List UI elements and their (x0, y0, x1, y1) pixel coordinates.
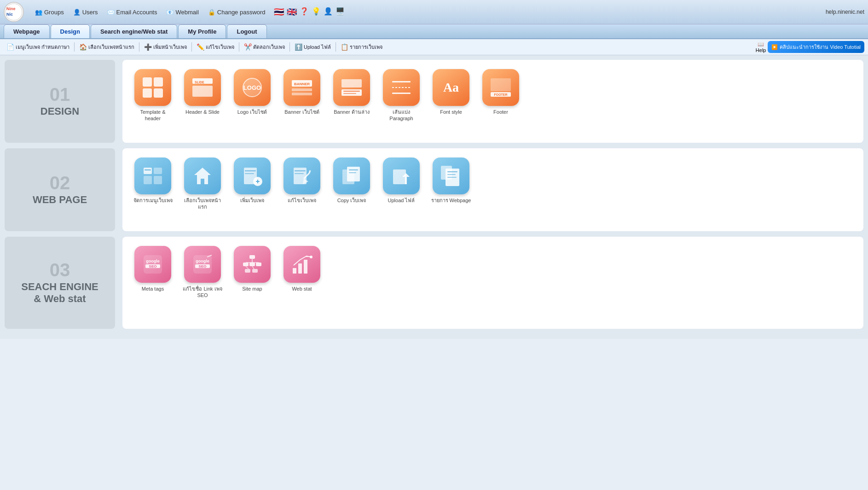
svg-line-74 (246, 266, 249, 269)
section-design-num: 01 (50, 85, 70, 104)
icon-footer[interactable]: FOOTER Footer (478, 67, 524, 117)
svg-text:google: google (146, 259, 160, 263)
icon-font-style[interactable]: Aa Font style (428, 67, 474, 117)
toolbar-upload[interactable]: ⬆️ Upload ไฟล์ (292, 42, 334, 52)
icon-meta-tags[interactable]: google SEO Meta tags (130, 244, 176, 294)
upload-files-icon-box (383, 158, 420, 194)
manage-menu-svg (141, 164, 165, 188)
tab-my-profile[interactable]: My Profile (178, 24, 226, 38)
icon-edit-link-seo[interactable]: google SEO แก้ไขชื่อ Link เพจ SEO (179, 244, 226, 301)
section-seo: 03 SEACH ENGINE & Web stat google SEO Me… (5, 237, 863, 329)
icon-sitemap[interactable]: Site map (229, 244, 275, 294)
section-webpage-icons: จัดการเมนูเว็บเพจ เลือกเว็บเพจหน้าแรก (122, 148, 863, 231)
section-design-title: DESIGN (41, 105, 79, 117)
toolbar-delete-page[interactable]: ✂️ ตัดลอกเว็บเพจ (241, 42, 288, 52)
tab-design[interactable]: Design (51, 24, 90, 38)
banner-bottom-icon-box (333, 69, 370, 106)
toolbar-right: 📖 Help ▶️ คลิปแนะนำการใช้งาน Video Tutot… (756, 41, 864, 53)
svg-rect-55 (447, 177, 457, 178)
svg-rect-18 (343, 91, 360, 92)
icon-logo[interactable]: LOGO Logo เว็บไซต์ (229, 67, 275, 117)
lock-icon: 🔒 (208, 9, 215, 16)
icon-banner-bottom[interactable]: Banner ด้านล่าง (329, 67, 375, 117)
select-home-icon: 🏠 (79, 43, 87, 51)
svg-rect-67 (243, 262, 249, 266)
tab-logout[interactable]: Logout (227, 24, 266, 38)
icon-header-slide[interactable]: SLIDE Header & Slide (179, 67, 226, 117)
header-slide-svg: SLIDE (191, 76, 214, 99)
toolbar-list-page[interactable]: 📋 รายการเว็บเพจ (338, 42, 385, 52)
icon-upload-files[interactable]: Upload ไฟล์ (378, 156, 424, 205)
toolbar-menu-lang[interactable]: 📄 เมนูเว็บเพจ กำหนดภาษา (4, 42, 72, 52)
nav-change-password[interactable]: 🔒 Change password (204, 7, 269, 17)
edit-webpage-icon-box (284, 158, 320, 194)
sitemap-svg (240, 252, 264, 276)
section-seo-label: 03 SEACH ENGINE & Web stat (5, 237, 115, 329)
select-home-svg (191, 164, 214, 188)
web-stat-label: Web stat (292, 286, 312, 292)
icon-manage-menu[interactable]: จัดการเมนูเว็บเพจ (130, 156, 176, 205)
svg-text:Nine: Nine (6, 6, 16, 11)
nav-webmail[interactable]: 📧 Webmail (162, 7, 202, 17)
icon-edit-webpage[interactable]: แก้ไขเว็บเพจ (279, 156, 325, 205)
template-header-svg (141, 76, 165, 99)
delete-page-icon: ✂️ (244, 43, 252, 51)
upload-icon: ⬆️ (295, 43, 302, 51)
icon-paragraph[interactable]: เส้นแบ่ง Paragraph (378, 67, 424, 124)
svg-rect-46 (347, 167, 360, 181)
list-webpage-svg (439, 164, 463, 188)
svg-line-43 (309, 170, 310, 173)
toolbar-edit-page[interactable]: ✏️ แก้ไขเว็บเพจ (194, 42, 237, 52)
tab-webpage[interactable]: Webpage (4, 24, 50, 38)
upload-files-svg (389, 164, 413, 188)
paragraph-svg (389, 76, 413, 99)
svg-text:FOOTER: FOOTER (494, 93, 507, 96)
svg-point-79 (310, 256, 312, 258)
help-button[interactable]: 📖 Help (756, 41, 766, 53)
icon-add-webpage[interactable]: เพิ่มเว็บเพจ (229, 156, 275, 205)
tab-search-engine[interactable]: Search engine/Web stat (91, 24, 177, 38)
toolbar-add-page[interactable]: ➕ เพิ่มหน้าเว็บเพจ (141, 42, 190, 52)
list-webpage-icon-box (433, 158, 469, 194)
section-design: 01 DESIGN Template & header (5, 60, 863, 143)
help-book-icon: 📖 (758, 41, 764, 47)
edit-link-seo-label: แก้ไขชื่อ Link เพจ SEO (181, 286, 224, 299)
web-stat-icon-box (284, 246, 320, 283)
logo[interactable]: Nine Nic (4, 2, 24, 22)
nav-users[interactable]: 👤 Users (69, 7, 102, 17)
banner-site-svg: BANNER (290, 76, 314, 99)
toolbar-sep-2 (139, 42, 139, 52)
svg-rect-14 (292, 88, 312, 91)
font-style-svg: Aa (439, 76, 463, 99)
toolbar-select-home[interactable]: 🏠 เลือกเว็บเพจหน้าแรก (76, 42, 137, 52)
sitemap-label: Site map (242, 286, 262, 292)
flag-icons: 🇹🇭 🇬🇧 ❓ 💡 👤 🖥️ (273, 7, 346, 17)
logo-circle: Nine Nic (4, 2, 24, 22)
nav-email[interactable]: ✉️ Email Accounts (104, 7, 161, 17)
icon-list-webpage[interactable]: รายการ Webpage (428, 156, 474, 205)
svg-rect-19 (343, 93, 356, 94)
nav-webmail-label: Webmail (175, 9, 198, 16)
icon-copy-webpage[interactable]: Copy เว็บเพจ (329, 156, 375, 205)
video-label: คลิปแนะนำการใช้งาน Video Tutotial (780, 43, 861, 51)
groups-icon: 👥 (35, 9, 42, 16)
font-style-label: Font style (440, 109, 462, 115)
icon-web-stat[interactable]: Web stat (279, 244, 325, 294)
icon-select-home[interactable]: เลือกเว็บเพจหน้าแรก (179, 156, 226, 212)
icon-banner-site[interactable]: BANNER Banner เว็บไซต์ (279, 67, 325, 117)
edit-link-seo-icon-box: google SEO (184, 246, 221, 283)
topbar: Nine Nic 👥 Groups 👤 Users ✉️ Email Accou… (0, 0, 868, 24)
svg-rect-22 (392, 93, 411, 94)
video-tutorial-button[interactable]: ▶️ คลิปแนะนำการใช้งาน Video Tutotial (768, 41, 864, 53)
nav-groups-label: Groups (44, 9, 64, 16)
select-home-label: เลือกเว็บเพจหน้าแรก (181, 197, 224, 210)
svg-rect-53 (447, 171, 457, 172)
edit-webpage-label: แก้ไขเว็บเพจ (288, 197, 316, 204)
logo-svg: LOGO (240, 76, 264, 99)
icon-template-header[interactable]: Template & header (130, 67, 176, 124)
svg-line-75 (252, 266, 254, 269)
toolbar-add-page-label: เพิ่มหน้าเว็บเพจ (153, 43, 187, 51)
lightbulb-icon: 💡 (312, 7, 321, 17)
nav-groups[interactable]: 👥 Groups (31, 7, 68, 17)
nav-change-password-label: Change password (217, 9, 266, 16)
